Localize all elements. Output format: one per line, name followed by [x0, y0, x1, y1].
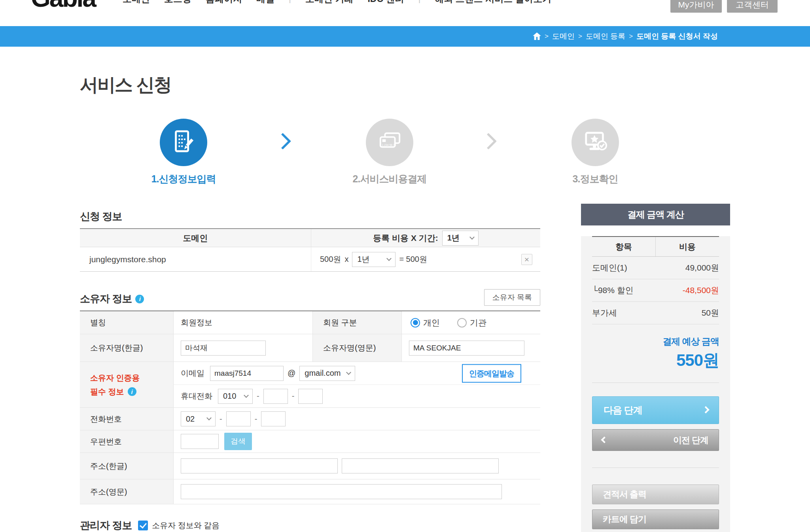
nav-item-global-brand[interactable]: 해외 브랜드 서비스 알아보기 — [435, 0, 551, 5]
next-step-label: 다음 단계 — [604, 404, 642, 417]
nav-item-domain-trade[interactable]: 도메인 거래 — [305, 0, 353, 5]
nickname-row: 별칭 회원정보 회원 구분 개인 기관 — [80, 311, 540, 334]
payment-total-label: 결제 예상 금액 — [592, 335, 719, 348]
panel-divider — [592, 382, 719, 383]
personal-label: 개인 — [423, 317, 440, 328]
nav-item-idc[interactable]: IDC 센터 — [367, 0, 404, 5]
term-select-header[interactable]: 1년 — [442, 231, 479, 246]
owner-name-kr-input[interactable] — [181, 341, 266, 356]
dash-separator: - — [255, 415, 257, 424]
add-to-cart-button[interactable]: 카트에 담기 — [592, 509, 719, 529]
mobile-middle-input[interactable] — [263, 389, 288, 404]
step-3-label: 3.정보확인 — [540, 172, 651, 186]
email-at-symbol: @ — [288, 369, 295, 378]
chevron-down-icon — [469, 235, 475, 240]
address-kr-input-2[interactable] — [342, 458, 499, 473]
domain-name: junglegymstore.shop — [80, 247, 311, 271]
address-en-input[interactable] — [181, 484, 502, 499]
remove-domain-button close-icon[interactable]: × — [521, 254, 532, 265]
radio-personal-selected[interactable] — [411, 318, 420, 328]
email-domain-select[interactable]: gmail.com — [299, 366, 355, 381]
info-icon[interactable]: i — [135, 295, 144, 303]
chevron-down-icon — [244, 393, 249, 398]
same-as-owner-label: 소유자 정보와 같음 — [152, 520, 220, 531]
address-kr-label: 주소(한글) — [80, 453, 174, 479]
add-to-cart-label: 카트에 담기 — [603, 513, 646, 525]
payment-row-vat: 부가세 50원 — [592, 302, 719, 324]
address-kr-input-1[interactable] — [181, 458, 338, 473]
owner-name-kr-cell — [174, 334, 312, 362]
address-en-row: 주소(영문) — [80, 479, 540, 504]
step-indicator: 1.신청정보입력 1 234 56 78 2.서비스비용결제 — [80, 119, 540, 203]
svg-text:1 234 56 78: 1 234 56 78 — [382, 144, 396, 146]
same-as-owner-checkbox-checked[interactable] — [138, 521, 148, 530]
breadcrumb-separator: > — [545, 32, 549, 40]
zipcode-label: 우편번호 — [80, 430, 174, 452]
phone-prefix-select[interactable]: 02 — [181, 411, 216, 426]
my-gabia-button[interactable]: My가비아 — [670, 0, 722, 13]
owner-auth-label: 소유자 인증용 필수 정보 i — [80, 362, 174, 407]
chevron-right-icon — [702, 406, 709, 413]
radio-org-unselected[interactable] — [457, 318, 467, 328]
customer-center-button[interactable]: 고객센터 — [727, 0, 778, 13]
prev-step-button[interactable]: 이전 단계 — [592, 429, 719, 451]
owner-name-en-input[interactable] — [409, 341, 524, 356]
auth-label-line1: 소유자 인증용 — [90, 373, 173, 383]
mobile-last-input[interactable] — [298, 389, 323, 404]
dash-separator: - — [257, 392, 259, 401]
home-icon[interactable] — [533, 32, 541, 40]
breadcrumb-item-domain-register[interactable]: 도메인 등록 — [586, 31, 625, 42]
next-step-button[interactable]: 다음 단계 — [592, 396, 719, 424]
gabia-logo[interactable]: Gabia — [31, 0, 95, 13]
zipcode-search-button[interactable]: 검색 — [224, 433, 252, 450]
step-2-payment: 1 234 56 78 2.서비스비용결제 — [334, 119, 445, 186]
nav-item-domain[interactable]: 도메인 — [123, 0, 150, 5]
breadcrumb-separator: > — [629, 32, 633, 40]
breadcrumb-current: 도메인 등록 신청서 작성 — [636, 31, 718, 42]
times-label: x — [344, 255, 348, 264]
step-3-confirm: 3.정보확인 — [540, 119, 651, 186]
step-arrow-2-icon — [480, 133, 497, 150]
credit-card-icon: 1 234 56 78 — [377, 129, 402, 155]
step-arrow-1-icon — [274, 133, 291, 150]
payment-row-domain: 도메인(1) 49,000원 — [592, 257, 719, 279]
zipcode-input[interactable] — [181, 434, 219, 449]
cost-column-header: 비용 — [655, 237, 719, 256]
member-type-org-option[interactable]: 기관 — [457, 317, 486, 328]
member-type-personal-option[interactable]: 개인 — [411, 317, 440, 328]
auth-label-line2: 필수 정보 i — [90, 386, 173, 397]
address-en-cell — [174, 479, 540, 504]
same-as-owner-option[interactable]: 소유자 정보와 같음 — [138, 520, 220, 531]
nav-item-hosting[interactable]: 호스팅 — [164, 0, 191, 5]
email-sub-row: 이메일 @ gmail.com 인증메일발송 — [174, 362, 540, 385]
email-id-input[interactable] — [210, 366, 284, 381]
info-icon[interactable]: i — [128, 387, 136, 396]
owner-info-header: 소유자 정보 i 소유자 목록 — [80, 289, 540, 306]
address-en-label: 주소(영문) — [80, 479, 174, 504]
breadcrumb-item-domain[interactable]: 도메인 — [552, 31, 575, 42]
nav-item-mail[interactable]: 메일 — [256, 0, 274, 5]
phone-middle-input[interactable] — [226, 411, 251, 426]
mobile-prefix-select[interactable]: 010 — [218, 389, 253, 404]
step-2-label: 2.서비스비용결제 — [334, 172, 445, 186]
chevron-down-icon — [387, 256, 392, 261]
owner-auth-fields: 이메일 @ gmail.com 인증메일발송 휴대전화 010 - — [174, 362, 540, 407]
phone-last-input[interactable] — [261, 411, 286, 426]
apply-info-table: 도메인 등록 비용 X 기간: 1년 junglegymstore.shop 5… — [80, 228, 540, 272]
apply-info-section: 신청 정보 도메인 등록 비용 X 기간: 1년 junglegymstore.… — [80, 210, 540, 272]
document-pencil-icon — [171, 129, 196, 155]
apply-table-header: 도메인 등록 비용 X 기간: 1년 — [80, 229, 540, 247]
payment-panel-body: 항목 비용 도메인(1) 49,000원 └98% 할인 -48,500원 부가… — [581, 236, 730, 532]
owner-info-table: 별칭 회원정보 회원 구분 개인 기관 — [80, 310, 540, 504]
owner-auth-row: 소유자 인증용 필수 정보 i 이메일 @ gmail.com 인증메일 — [80, 362, 540, 408]
payment-table-header: 항목 비용 — [592, 237, 719, 257]
term-select-row[interactable]: 1년 — [352, 252, 396, 267]
nickname-label: 별칭 — [80, 311, 174, 334]
nav-item-homepage[interactable]: 홈페이지 — [206, 0, 242, 5]
send-verification-mail-button[interactable]: 인증메일발송 — [462, 364, 521, 382]
owner-list-button[interactable]: 소유자 목록 — [484, 289, 540, 306]
domain-total-price: = 500원 — [399, 254, 427, 265]
owner-name-kr-label: 소유자명(한글) — [80, 334, 174, 362]
owner-name-row: 소유자명(한글) 소유자명(영문) — [80, 334, 540, 362]
print-quote-button[interactable]: 견적서 출력 — [592, 485, 719, 504]
